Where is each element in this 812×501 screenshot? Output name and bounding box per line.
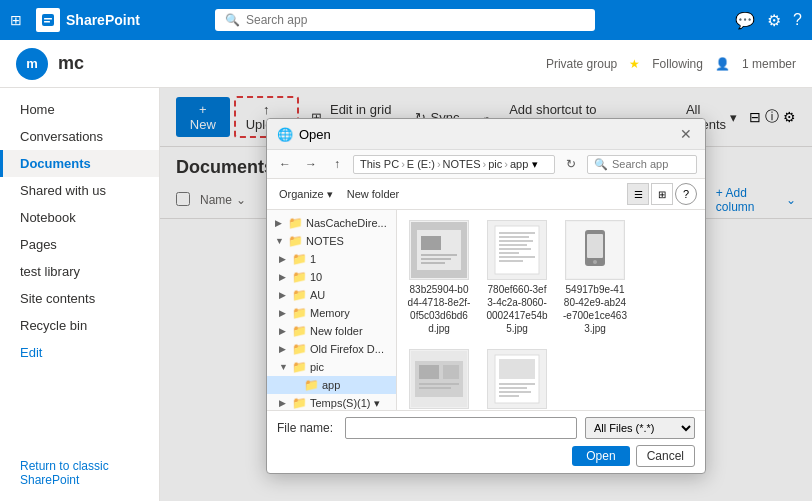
nav-documents[interactable]: Documents — [0, 150, 159, 177]
tree-toggle: ▼ — [275, 236, 285, 246]
breadcrumb-thispc[interactable]: This PC — [360, 158, 399, 170]
svg-rect-17 — [499, 256, 535, 258]
topbar-right: 💬 ⚙ ? — [735, 11, 802, 30]
open-button[interactable]: Open — [572, 446, 629, 466]
folder-icon: 📁 — [292, 342, 307, 356]
organize-button[interactable]: Organize ▾ — [275, 186, 337, 203]
following-button[interactable]: Following — [652, 57, 703, 71]
tree-nascache[interactable]: ▶ 📁 NasCacheDire... — [267, 214, 396, 232]
nav-notebook[interactable]: Notebook — [0, 204, 159, 231]
breadcrumb: This PC › E (E:) › NOTES › pic › app ▾ — [353, 155, 555, 174]
file-item[interactable]: 388397eb-171f-47c0-ad64-073578046e2b.jpg — [403, 345, 475, 410]
svg-rect-16 — [499, 252, 519, 254]
help-icon[interactable]: ? — [793, 11, 802, 29]
svg-rect-35 — [499, 395, 519, 397]
file-name: 83b25904-b0d4-4718-8e2f-0f5c03d6bd6d.jpg — [407, 283, 471, 335]
left-nav: Home Conversations Documents Shared with… — [0, 88, 160, 501]
path-dropdown-icon[interactable]: ▾ — [532, 158, 538, 171]
list-view-button[interactable]: ☰ — [627, 183, 649, 205]
app-logo: SharePoint — [36, 8, 140, 32]
tree-toggle: ▶ — [279, 254, 289, 264]
svg-rect-12 — [499, 236, 529, 238]
svg-rect-33 — [499, 387, 527, 389]
dialog-close-button[interactable]: ✕ — [677, 125, 695, 143]
path-refresh-button[interactable]: ↻ — [561, 154, 581, 174]
nav-pages[interactable]: Pages — [0, 231, 159, 258]
back-button[interactable]: ← — [275, 154, 295, 174]
filename-label: File name: — [277, 421, 337, 435]
file-preview — [565, 220, 625, 280]
dialog-titlebar: 🌐 Open ✕ — [267, 119, 705, 150]
svg-rect-27 — [419, 383, 459, 385]
svg-rect-15 — [499, 248, 531, 250]
topbar: ⊞ SharePoint 🔍 💬 ⚙ ? — [0, 0, 812, 40]
svg-rect-8 — [421, 262, 445, 264]
tree-1[interactable]: ▶ 📁 1 — [267, 250, 396, 268]
up-button[interactable]: ↑ — [327, 154, 347, 174]
dialog-help-button[interactable]: ? — [675, 183, 697, 205]
svg-rect-31 — [499, 359, 535, 379]
grid-view-button[interactable]: ⊞ — [651, 183, 673, 205]
dialog-toolbar: ← → ↑ This PC › E (E:) › NOTES › pic › a… — [267, 150, 705, 179]
tree-temps[interactable]: ▶ 📁 Temps(S)(1) ▾ — [267, 394, 396, 410]
members-count: 1 member — [742, 57, 796, 71]
sharepoint-logo-icon — [36, 8, 60, 32]
grid-icon[interactable]: ⊞ — [10, 12, 22, 28]
new-folder-button[interactable]: New folder — [343, 186, 404, 202]
dialog-search-input[interactable] — [612, 158, 687, 170]
folder-icon: 📁 — [292, 396, 307, 410]
dialog-search-box[interactable]: 🔍 — [587, 155, 697, 174]
breadcrumb-pic[interactable]: pic — [488, 158, 502, 170]
search-box[interactable]: 🔍 — [215, 9, 595, 31]
file-item[interactable]: 13102575-a267-42a7-bc87-7bdfd4c2bc11.jpg — [481, 345, 553, 410]
tree-toggle: ▶ — [279, 398, 289, 408]
avatar: m — [16, 48, 48, 80]
dialog-footer: File name: All Files (*.*) Open Cancel — [267, 410, 705, 473]
site-header: m mc Private group ★ Following 👤 1 membe… — [0, 40, 812, 88]
filetype-select[interactable]: All Files (*.*) — [585, 417, 695, 439]
nav-conversations[interactable]: Conversations — [0, 123, 159, 150]
members-icon: 👤 — [715, 57, 730, 71]
file-preview — [487, 349, 547, 409]
settings-icon[interactable]: ⚙ — [767, 11, 781, 30]
tree-oldfirefox[interactable]: ▶ 📁 Old Firefox D... — [267, 340, 396, 358]
breadcrumb-notes[interactable]: NOTES — [443, 158, 481, 170]
file-name: 54917b9e-4180-42e9-ab24-e700e1ce4633.jpg — [563, 283, 627, 335]
breadcrumb-e[interactable]: E (E:) — [407, 158, 435, 170]
nav-edit[interactable]: Edit — [0, 339, 159, 366]
tree-memory[interactable]: ▶ 📁 Memory — [267, 304, 396, 322]
cancel-button[interactable]: Cancel — [636, 445, 695, 467]
chat-icon[interactable]: 💬 — [735, 11, 755, 30]
forward-button[interactable]: → — [301, 154, 321, 174]
main-layout: Home Conversations Documents Shared with… — [0, 88, 812, 501]
svg-rect-1 — [44, 18, 52, 20]
tree-app[interactable]: ▶ 📁 app — [267, 376, 396, 394]
breadcrumb-app[interactable]: app — [510, 158, 528, 170]
tree-10[interactable]: ▶ 📁 10 — [267, 268, 396, 286]
dialog-body: ▶ 📁 NasCacheDire... ▼ 📁 NOTES ▶ 📁 — [267, 210, 705, 410]
tree-pic[interactable]: ▼ 📁 pic — [267, 358, 396, 376]
nav-site-contents[interactable]: Site contents — [0, 285, 159, 312]
file-item[interactable]: 780ef660-3ef3-4c2a-8060-0002417e54b5.jpg — [481, 216, 553, 339]
site-name: mc — [58, 53, 84, 74]
svg-rect-7 — [421, 258, 451, 260]
star-icon: ★ — [629, 57, 640, 71]
tree-au[interactable]: ▶ 📁 AU — [267, 286, 396, 304]
tree-newfolder[interactable]: ▶ 📁 New folder — [267, 322, 396, 340]
organize-row: Organize ▾ New folder ☰ ⊞ ? — [267, 179, 705, 210]
search-input[interactable] — [246, 13, 585, 27]
file-item[interactable]: 54917b9e-4180-42e9-ab24-e700e1ce4633.jpg — [559, 216, 631, 339]
dialog-search-icon: 🔍 — [594, 158, 608, 171]
tree-toggle: ▶ — [279, 272, 289, 282]
nav-recycle-bin[interactable]: Recycle bin — [0, 312, 159, 339]
file-item[interactable]: 83b25904-b0d4-4718-8e2f-0f5c03d6bd6d.jpg — [403, 216, 475, 339]
file-preview — [409, 349, 469, 409]
svg-rect-5 — [421, 236, 441, 250]
main-content: + New ↑ Upload ⊞ Edit in grid view ↻ Syn… — [160, 88, 812, 501]
nav-home[interactable]: Home — [0, 96, 159, 123]
nav-shared[interactable]: Shared with us — [0, 177, 159, 204]
tree-notes[interactable]: ▼ 📁 NOTES — [267, 232, 396, 250]
return-link[interactable]: Return to classic SharePoint — [0, 451, 160, 495]
filename-input[interactable] — [345, 417, 577, 439]
nav-test-library[interactable]: test library — [0, 258, 159, 285]
